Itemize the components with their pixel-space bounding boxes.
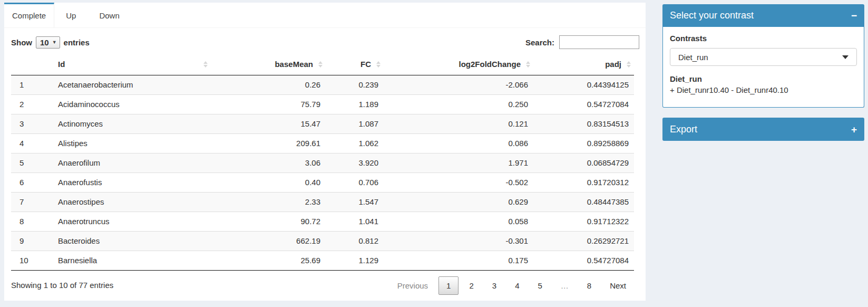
sort-icon — [627, 61, 631, 68]
cell-log2fc: 0.629 — [384, 193, 533, 212]
table-row[interactable]: 4Alistipes209.611.0620.0860.89258869 — [11, 134, 634, 154]
cell-fc: 1.087 — [326, 114, 384, 134]
column-header-log2foldchange[interactable]: log2FoldChange — [384, 53, 533, 75]
cell-fc: 0.239 — [326, 75, 384, 95]
pagination-page-4[interactable]: 4 — [507, 276, 527, 295]
cell-padj: 0.91712322 — [533, 212, 634, 232]
cell-rownum: 9 — [11, 232, 53, 251]
pagination-page-8[interactable]: 8 — [579, 276, 599, 295]
cell-rownum: 4 — [11, 134, 53, 154]
cell-basemean: 0.40 — [211, 173, 326, 193]
cell-basemean: 209.61 — [211, 134, 326, 154]
contrast-box: Select your contrast − Contrasts Diet_ru… — [662, 4, 864, 108]
cell-rownum: 2 — [11, 95, 53, 114]
cell-log2fc: 0.086 — [384, 134, 533, 154]
cell-rownum: 10 — [11, 251, 53, 271]
contrast-select[interactable]: Diet_run — [670, 48, 857, 66]
chevron-down-icon — [842, 55, 849, 59]
cell-padj: 0.48447385 — [533, 193, 634, 212]
column-header-basemean[interactable]: baseMean — [211, 53, 326, 75]
table-header-row: Id baseMean FC log2FoldChange — [11, 53, 634, 75]
cell-fc: 1.041 — [326, 212, 384, 232]
tab-complete[interactable]: Complete — [4, 3, 54, 27]
collapse-icon[interactable]: − — [851, 11, 857, 21]
contrast-name: Diet_run — [670, 74, 857, 83]
expand-icon[interactable]: + — [851, 124, 857, 135]
table-row[interactable]: 9Bacteroides662.190.812-0.3010.26292721 — [11, 232, 634, 251]
table-body: 1Acetanaerobacterium0.260.239-2.0660.443… — [11, 75, 634, 271]
cell-fc: 3.920 — [326, 154, 384, 173]
cell-log2fc: -2.066 — [384, 75, 533, 95]
cell-log2fc: 0.121 — [384, 114, 533, 134]
table-row[interactable]: 2Acidaminococcus75.791.1890.2500.5472708… — [11, 95, 634, 114]
table-row[interactable]: 5Anaerofilum3.063.9201.9710.06854729 — [11, 154, 634, 173]
table-row[interactable]: 3Actinomyces15.471.0870.1210.83154513 — [11, 114, 634, 134]
cell-fc: 1.189 — [326, 95, 384, 114]
contrast-formula: + Diet_runr10.40 - Diet_runr40.10 — [670, 85, 857, 95]
cell-log2fc: -0.502 — [384, 173, 533, 193]
cell-basemean: 3.06 — [211, 154, 326, 173]
cell-padj: 0.89258869 — [533, 134, 634, 154]
cell-fc: 1.547 — [326, 193, 384, 212]
pagination-page-3[interactable]: 3 — [484, 276, 504, 295]
tab-bar: Complete Up Down — [4, 3, 646, 28]
cell-rownum: 6 — [11, 173, 53, 193]
tab-content: Show 10 ▼ entries Search: — [4, 28, 646, 295]
pagination-next[interactable]: Next — [602, 276, 634, 295]
pagination-previous[interactable]: Previous — [389, 276, 436, 295]
cell-log2fc: -0.301 — [384, 232, 533, 251]
results-panel: Complete Up Down Show 10 ▼ entries Searc… — [4, 3, 646, 301]
cell-id: Bacteroides — [53, 232, 211, 251]
cell-basemean: 25.69 — [211, 251, 326, 271]
cell-id: Alistipes — [53, 134, 211, 154]
pagination-pages: 12345…8 — [436, 276, 599, 295]
contrast-box-header: Select your contrast − — [662, 4, 864, 27]
cell-basemean: 90.72 — [211, 212, 326, 232]
table-row[interactable]: 7Anaerostipes2.331.5470.6290.48447385 — [11, 193, 634, 212]
cell-id: Anaerofustis — [53, 173, 211, 193]
cell-id: Acidaminococcus — [53, 95, 211, 114]
tab-down[interactable]: Down — [87, 3, 131, 27]
entries-label: entries — [64, 38, 90, 47]
contrast-select-value: Diet_run — [678, 53, 708, 62]
contrasts-label: Contrasts — [670, 34, 857, 43]
table-row[interactable]: 10Barnesiella25.691.1290.1750.54727084 — [11, 251, 634, 271]
table-info: Showing 1 to 10 of 77 entries — [11, 276, 113, 290]
search-input[interactable] — [559, 35, 639, 49]
column-header-id[interactable]: Id — [53, 53, 211, 75]
column-header-fc[interactable]: FC — [326, 53, 384, 75]
cell-rownum: 8 — [11, 212, 53, 232]
cell-basemean: 0.26 — [211, 75, 326, 95]
cell-id: Barnesiella — [53, 251, 211, 271]
table-row[interactable]: 1Acetanaerobacterium0.260.239-2.0660.443… — [11, 75, 634, 95]
cell-id: Actinomyces — [53, 114, 211, 134]
show-label: Show — [11, 38, 32, 47]
table-row[interactable]: 6Anaerofustis0.400.706-0.5020.91720312 — [11, 173, 634, 193]
cell-padj: 0.06854729 — [533, 154, 634, 173]
pagination-ellipsis: … — [553, 276, 577, 295]
cell-basemean: 15.47 — [211, 114, 326, 134]
cell-log2fc: 0.058 — [384, 212, 533, 232]
sort-icon — [526, 61, 530, 68]
cell-log2fc: 1.971 — [384, 154, 533, 173]
page-length-control: Show 10 ▼ entries — [11, 36, 90, 49]
column-header-padj[interactable]: padj — [533, 53, 634, 75]
export-box: Export + — [662, 118, 864, 141]
table-row[interactable]: 8Anaerotruncus90.721.0410.0580.91712322 — [11, 212, 634, 232]
cell-padj: 0.26292721 — [533, 232, 634, 251]
export-box-title: Export — [670, 124, 697, 135]
contrast-box-title: Select your contrast — [670, 10, 754, 21]
cell-fc: 1.129 — [326, 251, 384, 271]
sort-icon — [376, 61, 381, 68]
pagination-page-5[interactable]: 5 — [530, 276, 550, 295]
cell-padj: 0.54727084 — [533, 251, 634, 271]
contrast-box-body: Contrasts Diet_run Diet_run + Diet_runr1… — [662, 27, 864, 108]
page-length-select[interactable]: 10 ▼ — [36, 36, 60, 49]
pagination-page-2[interactable]: 2 — [461, 276, 481, 295]
results-table: Id baseMean FC log2FoldChange — [11, 53, 634, 271]
cell-rownum: 1 — [11, 75, 53, 95]
cell-padj: 0.54727084 — [533, 95, 634, 114]
pagination-page-1[interactable]: 1 — [438, 276, 459, 295]
tab-up[interactable]: Up — [54, 3, 87, 27]
cell-fc: 0.706 — [326, 173, 384, 193]
